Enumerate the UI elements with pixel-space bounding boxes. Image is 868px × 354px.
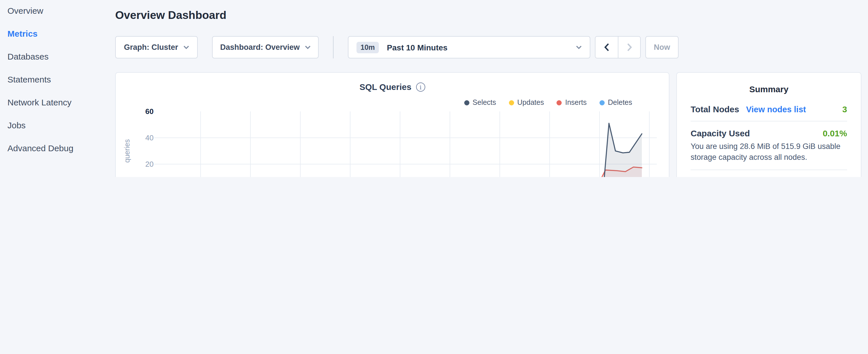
dashboard-dropdown[interactable]: Dashboard: Overview <box>212 36 319 58</box>
summary-row-total-nodes: Total Nodes View nodes list 3 <box>691 97 847 122</box>
chevron-left-icon <box>604 43 609 52</box>
now-button[interactable]: Now <box>645 36 679 58</box>
sidebar-item-advanced-debug[interactable]: Advanced Debug <box>7 143 73 153</box>
toolbar-divider <box>333 36 334 58</box>
chevron-down-icon <box>305 45 311 49</box>
dashboard-dropdown-label: Dashboard: Overview <box>220 43 300 52</box>
summary-label: Capacity Used <box>691 128 750 138</box>
series-area <box>562 123 642 177</box>
chevron-down-icon <box>183 45 189 49</box>
summary-value: 0.01% <box>823 128 847 138</box>
summary-panel: Summary Total Nodes View nodes list 3 Ca… <box>676 72 861 177</box>
sidebar-item-databases[interactable]: Databases <box>7 52 49 61</box>
sql-queries-chart[interactable]: 16:3816:3916:4016:4116:4216:4316:4416:45… <box>116 73 669 177</box>
sidebar-item-jobs[interactable]: Jobs <box>7 120 26 130</box>
timespan-arrows <box>595 36 641 58</box>
sidebar-item-network-latency[interactable]: Network Latency <box>7 97 71 107</box>
next-timespan-button[interactable] <box>618 37 640 58</box>
graph-scope-dropdown[interactable]: Graph: Cluster <box>115 36 198 58</box>
graph-scope-dropdown-label: Graph: Cluster <box>124 43 178 52</box>
sidebar-item-overview[interactable]: Overview <box>7 6 43 15</box>
chevron-right-icon <box>627 43 632 52</box>
summary-label: Total Nodes <box>691 104 739 114</box>
metrics-page: Overview Metrics Databases Statements Ne… <box>0 0 868 177</box>
summary-row-capacity-used: Capacity Used 0.01% You are using 28.6 M… <box>691 122 847 170</box>
time-range-label: Past 10 Minutes <box>387 43 568 52</box>
y-axis-tick-label: 40 <box>145 133 154 142</box>
y-axis-tick-label: 20 <box>145 160 154 168</box>
sidebar-item-metrics[interactable]: Metrics <box>7 29 37 38</box>
y-axis-tick-label: 60 <box>145 107 154 116</box>
sidebar: Overview Metrics Databases Statements Ne… <box>0 0 112 177</box>
summary-description: You are using 28.6 MiB of 515.9 GiB usab… <box>691 141 847 163</box>
time-range-badge: 10m <box>356 41 379 53</box>
page-title: Overview Dashboard <box>115 9 226 22</box>
chevron-down-icon <box>576 45 582 49</box>
previous-timespan-button[interactable] <box>595 37 618 58</box>
summary-title: Summary <box>691 84 847 94</box>
summary-value: 3 <box>842 104 847 114</box>
view-nodes-list-link[interactable]: View nodes list <box>746 105 806 114</box>
summary-row-unavailable-ranges: Unavailable ranges 0 <box>691 170 847 177</box>
time-range-dropdown[interactable]: 10m Past 10 Minutes <box>348 36 590 58</box>
y-axis-unit-label: queries <box>123 139 131 163</box>
sidebar-item-statements[interactable]: Statements <box>7 74 51 84</box>
sql-queries-card: SQL Queries i SelectsUpdatesInsertsDelet… <box>115 72 670 177</box>
